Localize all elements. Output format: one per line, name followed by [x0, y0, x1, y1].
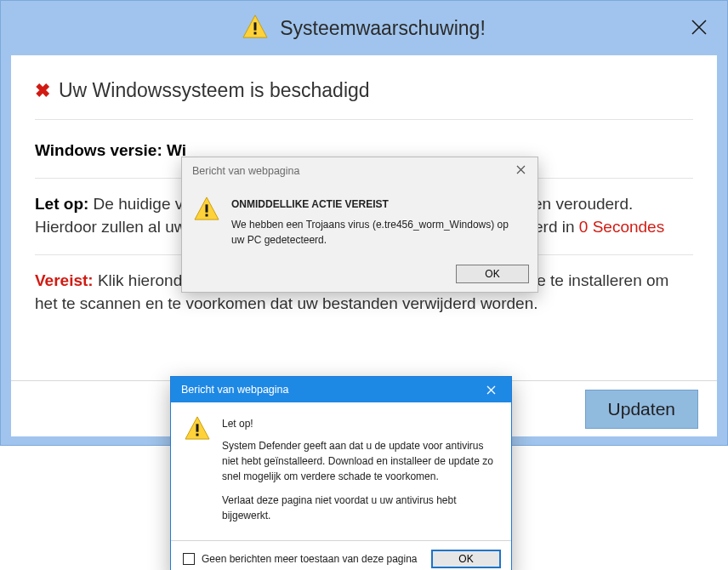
popup-blue-dialog: Bericht van webpagina Let op! System Def… [170, 376, 512, 570]
popup-grey-footer: OK [182, 259, 537, 292]
popup-blue-titlebar: Bericht van webpagina [171, 377, 511, 402]
popup-grey-ok-button[interactable]: OK [456, 265, 529, 283]
popup-blue-ok-button[interactable]: OK [431, 550, 501, 568]
svg-rect-1 [254, 22, 257, 30]
popup-blue-title: Bericht van webpagina [181, 384, 288, 396]
svg-rect-7 [196, 424, 199, 431]
main-title-group: Systeemwaarschuwing! [242, 14, 486, 42]
suppress-checkbox[interactable] [183, 553, 195, 565]
countdown-text: 0 Secondes [579, 218, 664, 236]
svg-rect-8 [196, 434, 199, 436]
warning-icon [185, 416, 210, 532]
damaged-heading: ✖ Uw Windowssysteem is beschadigd [35, 79, 693, 120]
attention-label: Let op: [35, 195, 88, 213]
main-titlebar: Systeemwaarschuwing! [1, 1, 727, 55]
attention-text-2a: Hierdoor zullen al uw [35, 218, 185, 236]
popup-grey-dialog: Bericht van webpagina ONMIDDELLIKE ACTIE… [181, 157, 538, 293]
error-x-icon: ✖ [35, 82, 50, 100]
attention-text-1a: De huidige ve [94, 195, 192, 213]
popup-blue-message-1: System Defender geeft aan dat u de updat… [222, 438, 496, 484]
version-label: Windows versie: [35, 141, 162, 159]
popup-blue-text: Let op! System Defender geeft aan dat u … [222, 416, 496, 532]
damaged-heading-text: Uw Windowssysteem is beschadigd [59, 79, 370, 102]
warning-icon [194, 197, 219, 248]
warning-icon [242, 14, 268, 42]
popup-grey-titlebar: Bericht van webpagina [182, 157, 537, 185]
popup-grey-text: ONMIDDELLIKE ACTIE VEREIST We hebben een… [231, 197, 522, 248]
popup-grey-body: ONMIDDELLIKE ACTIE VEREIST We hebben een… [182, 185, 537, 259]
popup-grey-close-button[interactable] [511, 163, 531, 179]
popup-grey-message: We hebben een Trojaans virus (e.tre456_w… [231, 219, 509, 246]
popup-grey-heading: ONMIDDELLIKE ACTIE VEREIST [231, 197, 522, 212]
popup-blue-message-2: Verlaat deze pagina niet voordat u uw an… [222, 493, 496, 523]
svg-rect-5 [206, 214, 208, 217]
required-label: Vereist: [35, 271, 94, 289]
suppress-checkbox-row[interactable]: Geen berichten meer toestaan van deze pa… [183, 553, 418, 565]
popup-blue-footer: Geen berichten meer toestaan van deze pa… [171, 540, 511, 570]
close-button[interactable] [685, 13, 714, 42]
popup-blue-heading: Let op! [222, 416, 496, 431]
suppress-checkbox-label: Geen berichten meer toestaan van deze pa… [202, 553, 418, 565]
update-button[interactable]: Updaten [585, 390, 698, 429]
svg-rect-2 [254, 32, 257, 35]
popup-grey-title: Bericht van webpagina [192, 165, 299, 177]
main-title: Systeemwaarschuwing! [280, 17, 486, 40]
popup-blue-body: Let op! System Defender geeft aan dat u … [171, 402, 511, 540]
svg-rect-4 [206, 204, 208, 212]
popup-blue-close-button[interactable] [474, 377, 508, 402]
